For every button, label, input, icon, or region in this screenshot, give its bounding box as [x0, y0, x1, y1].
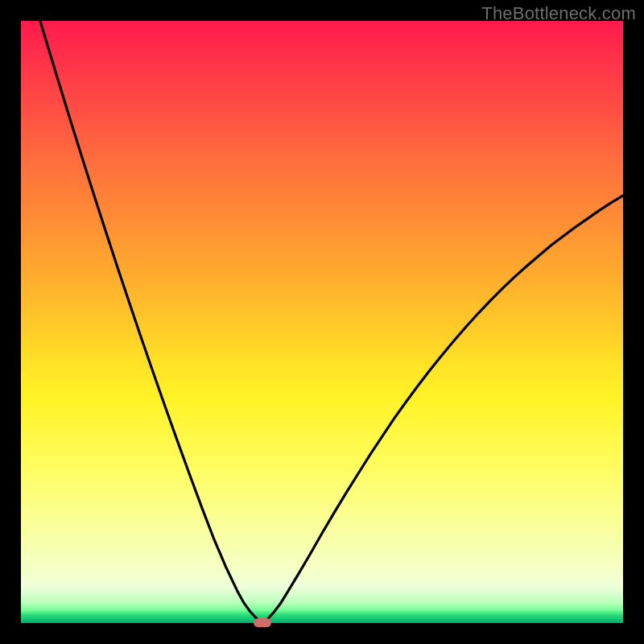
minimum-marker — [254, 618, 271, 627]
bottleneck-curve — [0, 0, 644, 644]
chart-frame: TheBottleneck.com — [0, 0, 644, 644]
watermark-text: TheBottleneck.com — [481, 3, 636, 24]
